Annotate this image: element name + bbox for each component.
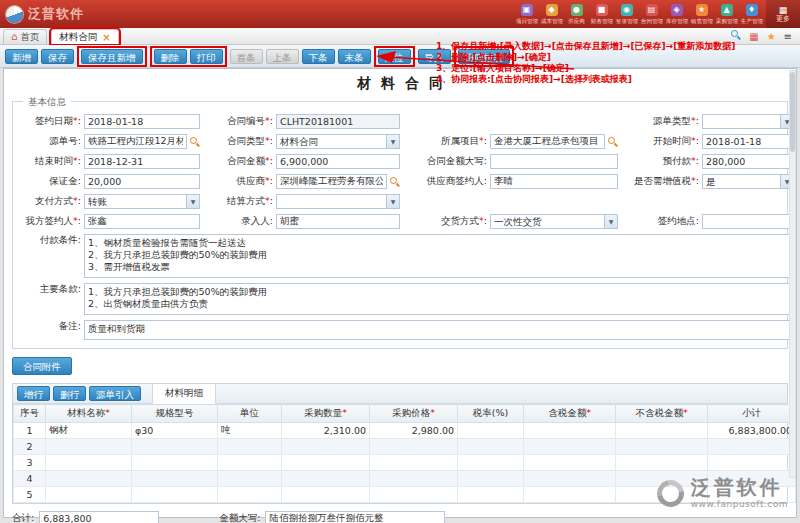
- amount-words-label: 金额大写:: [219, 512, 260, 523]
- grid-cell[interactable]: [370, 487, 458, 503]
- entry-person-field[interactable]: [276, 214, 400, 229]
- app-supplier[interactable]: ●供应商: [564, 0, 589, 28]
- grid-cell[interactable]: 2,310.00: [282, 423, 370, 439]
- grid-cell[interactable]: 吨: [218, 423, 282, 439]
- app-purchase-mgmt[interactable]: ▲采购管理: [714, 0, 739, 28]
- grid-cell[interactable]: 6,883,800.00: [708, 423, 796, 439]
- new-button[interactable]: 新增: [5, 49, 38, 64]
- app-finance-mgmt[interactable]: ■财务管理: [589, 0, 614, 28]
- grid-cell[interactable]: [524, 455, 616, 471]
- grid-cell[interactable]: [458, 455, 524, 471]
- our-signer-field[interactable]: [84, 214, 200, 229]
- remark-field[interactable]: [84, 320, 794, 340]
- delete-row-button[interactable]: 删行: [53, 386, 86, 401]
- vertical-scrollbar[interactable]: [789, 70, 796, 478]
- add-row-button[interactable]: 增行: [17, 386, 50, 401]
- grid-cell[interactable]: [282, 471, 370, 487]
- grid-cell[interactable]: [370, 455, 458, 471]
- amount-in-words-field[interactable]: [490, 154, 618, 169]
- scrollbar-thumb[interactable]: [790, 72, 795, 152]
- print-button[interactable]: 打印: [190, 49, 223, 64]
- search-icon[interactable]: [608, 137, 618, 147]
- grid-cell[interactable]: [132, 439, 218, 455]
- advance-payment-field[interactable]: [702, 154, 794, 169]
- grid-cell[interactable]: [616, 439, 708, 455]
- supplier-signer-field[interactable]: [490, 174, 618, 189]
- grid-cell[interactable]: [132, 487, 218, 503]
- supplier-field[interactable]: [276, 174, 387, 189]
- last-record-button[interactable]: 末条: [338, 49, 371, 64]
- grid-cell[interactable]: [458, 487, 524, 503]
- app-project-mgmt[interactable]: ▣项目管理: [514, 0, 539, 28]
- grid-cell[interactable]: [282, 487, 370, 503]
- grid-cell[interactable]: [616, 455, 708, 471]
- payment-terms-field[interactable]: [84, 234, 794, 278]
- source-no-field[interactable]: [84, 134, 187, 149]
- deposit-field[interactable]: [84, 174, 200, 189]
- save-and-new-button[interactable]: 保存且新增: [81, 49, 143, 64]
- grid-cell[interactable]: [524, 439, 616, 455]
- delivery-method-select[interactable]: 一次性交货▼: [490, 214, 618, 229]
- contract-no-field[interactable]: [276, 114, 400, 129]
- contract-amount-field[interactable]: [276, 154, 400, 169]
- end-date-field[interactable]: [84, 154, 200, 169]
- grid-cell[interactable]: [218, 487, 282, 503]
- grid-cell[interactable]: [708, 439, 796, 455]
- app-login-mgmt[interactable]: ◉登录管理: [614, 0, 639, 28]
- grid-cell[interactable]: 钢材: [46, 423, 132, 439]
- grid-cell[interactable]: [616, 423, 708, 439]
- source-import-button[interactable]: 源单引入: [89, 386, 141, 401]
- save-button[interactable]: 保存: [41, 49, 74, 64]
- grid-cell[interactable]: [46, 439, 132, 455]
- grid-cell[interactable]: [132, 455, 218, 471]
- start-date-field[interactable]: [702, 134, 794, 149]
- source-type-value: [703, 115, 712, 128]
- grid-cell[interactable]: [46, 471, 132, 487]
- grid-cell[interactable]: [132, 471, 218, 487]
- grid-cell[interactable]: [524, 471, 616, 487]
- next-record-button[interactable]: 下条: [302, 49, 335, 64]
- grid-cell[interactable]: [458, 439, 524, 455]
- grid-cell[interactable]: [218, 471, 282, 487]
- sign-date-field[interactable]: [84, 114, 200, 129]
- search-icon[interactable]: [190, 137, 200, 147]
- grid-cell[interactable]: [218, 439, 282, 455]
- main-terms-field[interactable]: [84, 283, 794, 315]
- sign-location-field[interactable]: [702, 214, 794, 229]
- grid-cell[interactable]: [370, 471, 458, 487]
- settlement-method-select[interactable]: ▼: [276, 194, 400, 209]
- app-cost-mgmt[interactable]: ◆成本管理: [539, 0, 564, 28]
- grid-cell[interactable]: [458, 423, 524, 439]
- grid-cell[interactable]: 2,980.00: [370, 423, 458, 439]
- grid-cell[interactable]: [524, 423, 616, 439]
- contract-type-select[interactable]: 材料合同▼: [276, 134, 400, 149]
- close-icon[interactable]: ×: [102, 32, 110, 43]
- vat-required-select[interactable]: 是▼: [702, 174, 794, 189]
- more-apps-button[interactable]: ▦ 更多: [766, 0, 800, 28]
- grid-cell[interactable]: [524, 487, 616, 503]
- grid-cell[interactable]: [46, 455, 132, 471]
- source-type-select[interactable]: ▼: [702, 114, 794, 129]
- total-input[interactable]: [39, 511, 159, 523]
- tab-home[interactable]: ⌂ 首页: [3, 29, 47, 44]
- grid-cell[interactable]: [46, 487, 132, 503]
- tab-material-contract[interactable]: 材料合同 ×: [51, 29, 118, 44]
- app-production-mgmt[interactable]: ♦生产管理: [739, 0, 764, 28]
- grid-cell[interactable]: [282, 439, 370, 455]
- app-contract-mgmt[interactable]: ▤合同管理: [639, 0, 664, 28]
- app-inventory-mgmt[interactable]: ◈库存管理: [664, 0, 689, 28]
- search-icon[interactable]: [390, 177, 400, 187]
- grid-cell[interactable]: [708, 455, 796, 471]
- amount-words-input[interactable]: [265, 511, 445, 523]
- grid-cell[interactable]: φ30: [132, 423, 218, 439]
- grid-cell[interactable]: [458, 471, 524, 487]
- attachments-button[interactable]: 合同附件: [12, 357, 72, 375]
- pay-method-select[interactable]: 转账▼: [84, 194, 200, 209]
- grid-cell[interactable]: [370, 439, 458, 455]
- grid-cell[interactable]: [218, 455, 282, 471]
- app-sales-mgmt[interactable]: ★销售管理: [689, 0, 714, 28]
- grid-cell[interactable]: [282, 455, 370, 471]
- project-field[interactable]: [490, 134, 605, 149]
- delete-button[interactable]: 删除: [154, 49, 187, 64]
- tab-material-detail[interactable]: 材料明细: [152, 384, 216, 404]
